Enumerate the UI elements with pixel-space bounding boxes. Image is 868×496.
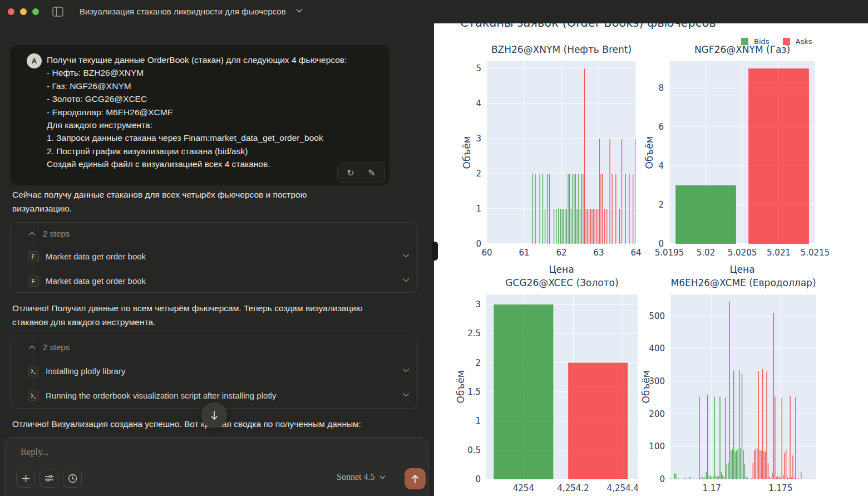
step-label: Market data get order book: [46, 276, 146, 286]
step-label: Installing plotly library: [46, 366, 125, 376]
axis-text: 8: [620, 83, 664, 93]
steps-count-label[interactable]: 2 steps: [43, 229, 70, 238]
assistant-text: Сейчас получу данные стаканов для всех ч…: [12, 188, 307, 215]
axis-text: 0: [438, 239, 481, 249]
axis-text: 4254: [513, 483, 534, 493]
scroll-to-bottom-button[interactable]: [201, 402, 227, 428]
axis-text: Цена: [549, 264, 574, 275]
terminal-icon: [28, 366, 39, 377]
conversation-title[interactable]: Визуализация стаканов ликвидности для фь…: [80, 7, 286, 16]
axis-text: 5.021: [767, 248, 791, 258]
sidebar-toggle-icon[interactable]: [52, 7, 63, 17]
axis-text: 4: [438, 99, 481, 109]
message-actions: ↻ ✎: [337, 162, 385, 183]
axis-text: 0: [437, 474, 481, 484]
step-label: Market data get order book: [46, 252, 146, 261]
axis-text: 5.0195: [655, 248, 684, 258]
axis-text: 1.17: [702, 483, 721, 493]
axis-text: 1: [438, 204, 481, 214]
edit-pencil-icon[interactable]: ✎: [363, 165, 380, 180]
zoom-traffic-light[interactable]: [32, 8, 39, 15]
axis-text: 64: [630, 248, 641, 258]
panel-resize-handle[interactable]: [432, 242, 438, 261]
history-clock-button[interactable]: [63, 469, 82, 488]
preview-header: </> Orderbooks visualization · HTML Copy…: [434, 0, 868, 23]
chevron-down-icon[interactable]: [402, 368, 410, 372]
axis-text: 100: [622, 441, 665, 451]
step-item[interactable]: FMarket data get order book: [11, 274, 417, 289]
axis-text: 2: [437, 358, 481, 368]
chevron-down-icon[interactable]: [402, 253, 410, 258]
legend-label: Asks: [796, 37, 812, 46]
step-item[interactable]: Installing plotly library: [11, 364, 417, 380]
axis-text: Объём: [640, 370, 652, 403]
reply-input[interactable]: [21, 446, 299, 458]
axis-text: Цена: [729, 264, 754, 275]
steps-count-label[interactable]: 2 steps: [43, 342, 70, 352]
chart-title: BZH26@XNYM (Нефть Brent): [491, 44, 632, 55]
orderbook-chart: BZH26@XNYM (Нефть Brent)0123456061626364…: [487, 61, 636, 244]
finam-tool-icon: F: [28, 251, 39, 262]
axis-text: 2: [620, 200, 664, 210]
axis-text: 63: [593, 248, 604, 258]
attach-plus-button[interactable]: [16, 469, 35, 488]
retry-icon[interactable]: ↻: [342, 165, 359, 180]
axis-text: 61: [519, 248, 529, 258]
reply-composer: Sonnet 4.5: [4, 437, 429, 496]
axis-text: 5.0215: [801, 248, 830, 258]
axis-text: 5.0205: [728, 248, 757, 258]
minimize-traffic-light[interactable]: [20, 8, 27, 15]
axis-text: 4,254.4: [607, 483, 639, 493]
axis-text: Объём: [644, 136, 655, 169]
tools-sliders-button[interactable]: [40, 469, 58, 488]
axis-text: 1.175: [768, 483, 792, 493]
collapse-chevron-up-icon[interactable]: [28, 230, 36, 237]
axis-text: 0.5: [437, 445, 481, 455]
chart-title: NGF26@XNYM (Газ): [694, 44, 790, 55]
axis-text: 4: [620, 161, 664, 171]
terminal-icon: [28, 390, 39, 401]
html-preview-canvas: Стаканы заявок (Order Books) фьючерсов B…: [434, 23, 868, 496]
axis-text: 400: [622, 343, 665, 353]
chart-title: M6EH26@XCME (Евродоллар): [670, 277, 816, 288]
axis-text: 3: [438, 134, 481, 144]
axis-text: 3: [437, 299, 481, 310]
finam-tool-icon: F: [28, 276, 39, 287]
user-message-text: Получи текущие данные OrderBook (стакан)…: [47, 53, 381, 171]
model-name: Sonnet 4.5: [337, 472, 374, 482]
axis-text: 5: [438, 63, 481, 73]
send-button[interactable]: [405, 468, 426, 489]
axis-text: Объём: [461, 136, 472, 169]
figure-title: Стаканы заявок (Order Books) фьючерсов: [460, 23, 716, 30]
user-message-card: A Получи текущие данные OrderBook (стака…: [10, 45, 389, 185]
close-traffic-light[interactable]: [8, 8, 14, 15]
orderbook-chart: GCG26@XCEC (Золото)00.511.522.5342544,25…: [486, 294, 638, 479]
collapse-chevron-up-icon[interactable]: [28, 344, 36, 351]
tool-steps-group: 2 steps Installing plotly libraryRunning…: [10, 336, 418, 409]
step-item[interactable]: FMarket data get order book: [11, 249, 417, 265]
assistant-text: Отлично! Визуализация создана успешно. В…: [12, 417, 361, 431]
assistant-text: Отлично! Получил данные по всем четырём …: [12, 301, 363, 329]
axis-text: 200: [622, 409, 665, 419]
axis-text: 2: [438, 169, 481, 179]
axis-text: Объём: [455, 370, 466, 403]
step-label: Running the orderbook visualization scri…: [46, 391, 276, 400]
axis-text: 2.5: [437, 328, 481, 338]
step-item[interactable]: Running the orderbook visualization scri…: [11, 389, 417, 404]
axis-text: 0: [622, 474, 665, 484]
chat-panel: Визуализация стаканов ликвидности для фь…: [0, 0, 434, 496]
tool-steps-group: 2 steps FMarket data get order bookFMark…: [10, 222, 418, 293]
chart-title: GCG26@XCEC (Золото): [505, 277, 618, 288]
axis-text: 500: [622, 311, 665, 321]
model-selector[interactable]: Sonnet 4.5: [337, 472, 386, 482]
axis-text: 5.02: [697, 248, 715, 258]
axis-text: 1: [437, 416, 481, 426]
orderbook-chart: NGF26@XNYM (Газ)024685.01955.025.02055.0…: [669, 61, 815, 244]
axis-text: 62: [556, 248, 566, 258]
chevron-down-icon[interactable]: [402, 278, 410, 282]
window-titlebar: Визуализация стаканов ликвидности для фь…: [0, 0, 434, 23]
chevron-down-icon[interactable]: [402, 392, 410, 397]
axis-text: 60: [481, 248, 492, 258]
chevron-down-icon[interactable]: [296, 8, 303, 13]
avatar: A: [27, 53, 42, 68]
